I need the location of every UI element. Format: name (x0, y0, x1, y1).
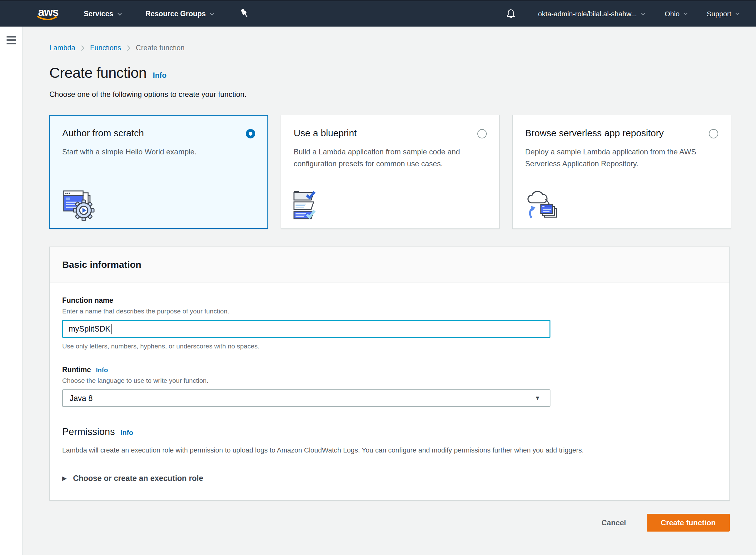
basic-information-panel: Basic information Function name Enter a … (49, 247, 730, 501)
nav-right-group: okta-admin-role/bilal.al-shahw... Ohio S… (505, 8, 740, 20)
blueprint-icon (293, 191, 324, 222)
card-description: Build a Lambda application from sample c… (294, 146, 487, 170)
author-from-scratch-icon (62, 188, 95, 222)
aws-logo[interactable]: aws (37, 7, 61, 20)
card-use-a-blueprint[interactable]: Use a blueprint Build a Lambda applicati… (281, 115, 499, 229)
page-title: Create function (49, 64, 146, 81)
card-title: Use a blueprint (294, 128, 357, 138)
breadcrumb-functions[interactable]: Functions (90, 44, 121, 52)
panel-title: Basic information (62, 259, 141, 270)
permissions-description: Lambda will create an execution role wit… (62, 446, 717, 454)
breadcrumb-current: Create function (136, 44, 185, 52)
card-author-from-scratch[interactable]: Author from scratch Start with a simple … (49, 115, 268, 229)
chevron-down-icon (683, 12, 688, 15)
chevron-down-icon (641, 12, 646, 15)
aws-logo-text: aws (37, 7, 61, 17)
nav-services-menu[interactable]: Services (84, 10, 122, 18)
card-title: Browse serverless app repository (525, 128, 664, 138)
chevron-right-icon (81, 45, 84, 51)
triangle-right-icon: ▶ (62, 475, 67, 482)
pushpin-icon[interactable] (239, 8, 249, 20)
nav-account-menu[interactable]: okta-admin-role/bilal.al-shahw... (538, 10, 645, 18)
nav-resource-groups-menu[interactable]: Resource Groups (145, 10, 215, 18)
function-name-input[interactable]: mySplitSDK (62, 320, 550, 338)
create-function-button[interactable]: Create function (647, 514, 730, 531)
create-option-cards: Author from scratch Start with a simple … (49, 115, 756, 229)
top-navigation-bar: aws Services Resource Groups (0, 0, 756, 27)
function-name-label: Function name (62, 296, 717, 305)
runtime-select[interactable]: Java 8 ▼ (62, 389, 550, 407)
nav-region-menu[interactable]: Ohio (665, 10, 688, 18)
footer-actions: Cancel Create function (49, 514, 730, 531)
chevron-down-icon (210, 12, 215, 16)
runtime-info-link[interactable]: Info (96, 366, 108, 374)
bell-icon[interactable] (505, 8, 516, 20)
runtime-help: Choose the language to use to write your… (62, 377, 717, 384)
radio-browse-serverless-app-repository[interactable] (709, 129, 718, 138)
execution-role-expander-label: Choose or create an execution role (73, 474, 204, 483)
radio-author-from-scratch[interactable] (246, 129, 255, 138)
page-subtitle: Choose one of the following options to c… (49, 90, 756, 99)
function-name-help: Enter a name that describes the purpose … (62, 307, 717, 315)
permissions-heading: Permissions (62, 426, 115, 437)
text-cursor (111, 324, 112, 334)
left-rail (0, 27, 23, 555)
radio-use-a-blueprint[interactable] (477, 129, 487, 138)
cancel-button[interactable]: Cancel (602, 518, 626, 527)
main-content: Lambda Functions Create function Create … (23, 27, 756, 555)
permissions-info-link[interactable]: Info (121, 429, 133, 437)
breadcrumb: Lambda Functions Create function (49, 44, 756, 52)
runtime-selected-value: Java 8 (70, 394, 93, 403)
chevron-down-icon (117, 12, 122, 16)
card-description: Start with a simple Hello World example. (62, 146, 255, 158)
card-description: Deploy a sample Lambda application from … (525, 146, 718, 170)
hamburger-icon[interactable] (7, 36, 16, 44)
serverless-app-repository-icon (525, 189, 560, 222)
runtime-label: Runtime (62, 366, 91, 374)
function-name-value: mySplitSDK (69, 325, 110, 334)
chevron-right-icon (127, 45, 130, 51)
execution-role-expander[interactable]: ▶ Choose or create an execution role (62, 474, 717, 483)
triangle-down-icon: ▼ (535, 395, 540, 401)
chevron-down-icon (735, 12, 740, 15)
title-info-link[interactable]: Info (153, 71, 167, 80)
breadcrumb-lambda[interactable]: Lambda (49, 44, 75, 52)
card-browse-serverless-app-repository[interactable]: Browse serverless app repository Deploy … (512, 115, 731, 229)
nav-support-menu[interactable]: Support (707, 10, 740, 18)
card-title: Author from scratch (62, 128, 144, 138)
function-name-constraint: Use only letters, numbers, hyphens, or u… (62, 342, 717, 350)
